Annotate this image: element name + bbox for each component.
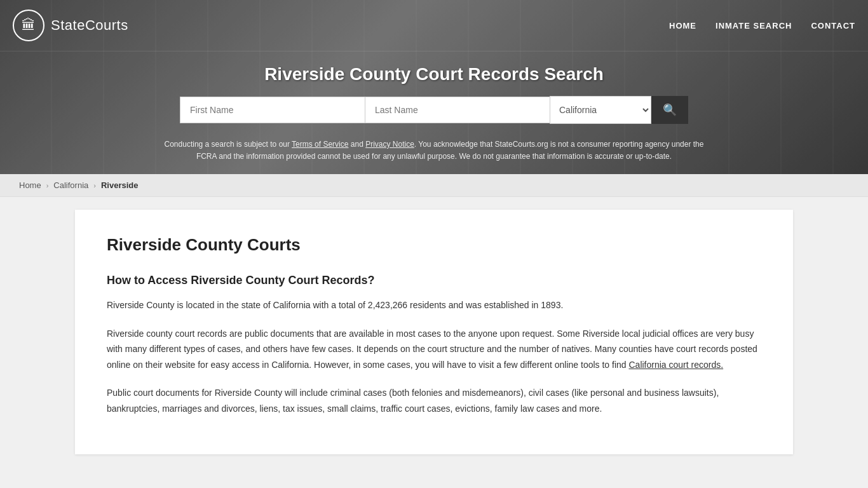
logo-icon: 🏛 xyxy=(13,10,44,41)
header: 🏛 StateCourts HOME INMATE SEARCH CONTACT… xyxy=(0,0,868,174)
main-content: Riverside County Courts How to Access Ri… xyxy=(65,197,803,480)
header-content: 🏛 StateCourts HOME INMATE SEARCH CONTACT… xyxy=(0,0,868,174)
first-name-input[interactable] xyxy=(180,97,365,123)
last-name-input[interactable] xyxy=(365,97,550,123)
navigation: 🏛 StateCourts HOME INMATE SEARCH CONTACT xyxy=(0,0,868,51)
terms-link[interactable]: Terms of Service xyxy=(292,140,348,149)
search-form: Select State Alabama Alaska Arizona Arka… xyxy=(180,96,688,124)
page-title: Riverside County Court Records Search xyxy=(13,64,855,85)
logo-text: StateCourts xyxy=(51,17,128,34)
breadcrumb-county: Riverside xyxy=(101,180,139,190)
nav-home[interactable]: HOME xyxy=(669,21,696,30)
california-records-link[interactable]: California court records. xyxy=(629,360,724,370)
breadcrumb-sep-2: › xyxy=(93,182,96,189)
nav-contact[interactable]: CONTACT xyxy=(811,21,855,30)
breadcrumb-sep-1: › xyxy=(46,182,49,189)
search-button[interactable]: 🔍 xyxy=(651,96,688,124)
privacy-link[interactable]: Privacy Notice xyxy=(365,140,414,149)
section1-heading: How to Access Riverside County Court Rec… xyxy=(107,274,761,287)
paragraph-3: Public court documents for Riverside Cou… xyxy=(107,385,761,416)
breadcrumb: Home › California › Riverside xyxy=(0,174,868,197)
nav-links: HOME INMATE SEARCH CONTACT xyxy=(669,21,855,30)
search-section: Riverside County Court Records Search Se… xyxy=(0,51,868,174)
logo[interactable]: 🏛 StateCourts xyxy=(13,10,128,41)
paragraph-1: Riverside County is located in the state… xyxy=(107,297,761,313)
breadcrumb-state[interactable]: California xyxy=(53,180,88,190)
search-icon: 🔍 xyxy=(663,103,677,117)
breadcrumb-home[interactable]: Home xyxy=(19,180,41,190)
state-select[interactable]: Select State Alabama Alaska Arizona Arka… xyxy=(550,96,651,124)
content-main-title: Riverside County Courts xyxy=(107,235,761,255)
nav-inmate-search[interactable]: INMATE SEARCH xyxy=(715,21,792,30)
logo-light: Courts xyxy=(85,17,128,33)
disclaimer-text: Conducting a search is subject to our Te… xyxy=(148,133,720,168)
paragraph-2: Riverside county court records are publi… xyxy=(107,326,761,373)
logo-bold: State xyxy=(51,17,85,33)
content-card: Riverside County Courts How to Access Ri… xyxy=(75,210,793,454)
